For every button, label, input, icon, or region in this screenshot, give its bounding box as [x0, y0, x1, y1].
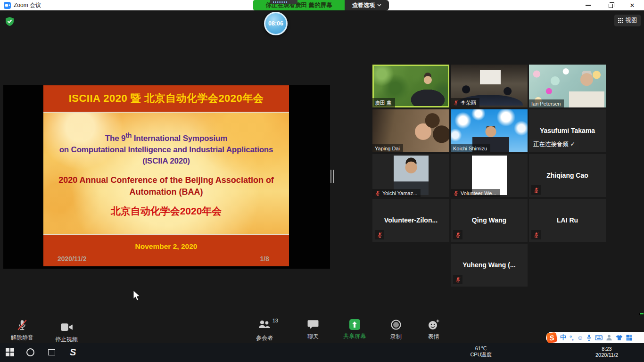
participant-tile[interactable]: Qing Wang: [451, 199, 528, 242]
participant-tile[interactable]: Yoichi Yamaz...: [372, 154, 449, 197]
share-screen-button[interactable]: 共享屏幕: [341, 319, 368, 340]
slide-conference-cn: 北京自动化学会2020年会: [43, 198, 289, 218]
participant-tile[interactable]: Zhiqiang Cao: [529, 154, 606, 197]
view-layout-button[interactable]: 视图: [614, 15, 641, 26]
ime-emoji-icon[interactable]: ☺: [577, 334, 583, 341]
floating-controls-handle[interactable]: [270, 0, 297, 4]
tray-time: 8:23: [602, 346, 611, 352]
reactions-button[interactable]: 表情: [421, 319, 446, 341]
participant-name-centered: Yasufumi Takama: [532, 126, 603, 134]
cortana-button[interactable]: [26, 348, 34, 356]
muted-mic-icon: [375, 190, 380, 196]
security-shield-icon[interactable]: [6, 17, 14, 26]
zoom-meeting-window: Zoom 会议 你正在观看廣田 薰的屏幕 查看选项 ✕ 08:06 视图 ISC…: [0, 0, 644, 362]
meeting-timer[interactable]: 08:06: [264, 12, 288, 35]
ime-toolbox-icon[interactable]: [626, 335, 632, 341]
s-swirl-app-button[interactable]: S: [70, 347, 76, 358]
muted-mic-icon: [531, 185, 541, 195]
participant-name-centered: Zhiqiang Cao: [532, 171, 603, 179]
unmute-label: 解除静音: [11, 334, 33, 342]
slide-symposium-line2: on Computational Intelligence and Indust…: [43, 144, 289, 156]
participant-tile[interactable]: LAI Ru: [529, 199, 606, 242]
slide-date: November 2, 2020: [43, 235, 289, 251]
cpu-temp-value: 61℃: [475, 346, 487, 352]
participant-tile[interactable]: Koichi Shimizu: [451, 109, 528, 152]
record-button[interactable]: 录制: [384, 319, 408, 341]
slide-footer: November 2, 2020 2020/11/2 1/8: [43, 234, 289, 266]
ime-keyboard-icon[interactable]: [595, 335, 603, 340]
slide-conference-line2: Automation (BAA): [43, 186, 289, 198]
slide-conference-line1: 2020 Annual Conference of the Beijing As…: [43, 174, 289, 186]
ime-voice-icon[interactable]: [586, 334, 592, 341]
window-title: Zoom 会议: [14, 1, 41, 9]
participant-name-label: Yaping Dai: [372, 144, 403, 152]
stop-video-label: 停止视频: [55, 336, 78, 344]
projector-screen: [480, 70, 501, 84]
participant-tile[interactable]: 廣田 薰: [372, 65, 449, 107]
mic-muted-icon: [17, 319, 27, 331]
sogou-logo-icon[interactable]: S: [546, 332, 558, 343]
view-options-button[interactable]: 查看选项: [345, 0, 389, 10]
muted-mic-icon: [531, 230, 541, 239]
participant-tile[interactable]: Yuheng Wang (...: [451, 244, 528, 287]
participant-tile[interactable]: 李荣丽: [451, 65, 528, 107]
participant-name-label: Yoichi Yamaz...: [372, 189, 421, 197]
muted-mic-icon: [375, 230, 384, 239]
zoom-app-icon: [4, 2, 11, 9]
participant-tile[interactable]: Volunteer-We...: [451, 154, 528, 197]
participant-name-label: 李荣丽: [451, 98, 479, 107]
presentation-slide: ISCIIA 2020 暨 北京自动化学会2020年会 The 9th Inte…: [43, 85, 289, 268]
cpu-temp-tray-item[interactable]: 61℃ CPU温度: [466, 346, 496, 358]
participants-label: 参会者: [256, 334, 273, 342]
close-button[interactable]: ✕: [623, 0, 641, 10]
grid-view-icon: [618, 18, 623, 23]
viewing-screen-banner: 你正在观看廣田 薰的屏幕: [253, 0, 345, 10]
ime-skin-icon[interactable]: [616, 335, 623, 341]
chat-button[interactable]: 聊天: [301, 319, 325, 341]
connecting-audio-status: 正在连接音频 ✓: [529, 139, 579, 150]
shared-screen-area: ISCIIA 2020 暨 北京自动化学会2020年会 The 9th Inte…: [3, 85, 330, 269]
slide-footer-date: 2020/11/2: [58, 255, 87, 263]
task-view-button[interactable]: [48, 349, 55, 355]
muted-mic-icon: [453, 230, 462, 239]
unmute-button[interactable]: 解除静音: [7, 319, 38, 342]
reactions-label: 表情: [428, 333, 439, 341]
participants-grid: 廣田 薰 李荣丽 Ian Petersen Yaping Dai Koichi …: [372, 65, 606, 287]
participant-tile[interactable]: Yaping Dai: [372, 109, 449, 152]
ime-punctuation-icon[interactable]: °,: [570, 334, 574, 341]
muted-mic-icon: [453, 190, 459, 196]
participant-name-centered: Qing Wang: [454, 216, 525, 223]
ime-mode-icon[interactable]: 中: [560, 333, 566, 342]
stop-video-button[interactable]: 停止视频: [51, 319, 82, 344]
window-titlebar: Zoom 会议 你正在观看廣田 薰的屏幕 查看选项 ✕: [0, 0, 644, 10]
ime-toolbar[interactable]: S 中 °, ☺: [546, 332, 644, 343]
participants-button[interactable]: 13 参会者: [248, 319, 281, 342]
camera-icon: [60, 321, 73, 333]
participant-tile[interactable]: Volunteer-Zilon...: [372, 199, 449, 242]
chat-bubble-icon: [307, 319, 319, 330]
participants-count-badge: 13: [272, 318, 278, 323]
restore-button[interactable]: [602, 0, 619, 10]
participant-name-label: 廣田 薰: [372, 98, 395, 107]
participant-video-figure: [569, 71, 604, 107]
chat-label: 聊天: [307, 333, 319, 341]
slide-title-banner: ISCIIA 2020 暨 北京自动化学会2020年会: [43, 85, 289, 113]
slide-body: The 9th International Symposium on Compu…: [43, 113, 289, 234]
s-swirl-icon: S: [70, 347, 76, 358]
view-options-label: 查看选项: [352, 1, 375, 9]
start-button[interactable]: [6, 348, 14, 356]
windows-logo-icon: [6, 348, 14, 356]
muted-mic-icon: [453, 100, 459, 106]
participant-tile[interactable]: Ian Petersen: [529, 65, 606, 107]
slide-symposium-line3: (ISCIIA 2020): [43, 156, 289, 167]
ime-account-icon[interactable]: [606, 334, 612, 341]
slide-page-indicator: 1/8: [260, 255, 269, 263]
record-label: 录制: [390, 333, 402, 341]
minimize-button[interactable]: [579, 0, 597, 10]
participant-tile[interactable]: Yasufumi Takama 正在连接音频 ✓: [529, 109, 606, 152]
participant-name-label: Koichi Shimizu: [451, 144, 490, 152]
share-screen-label: 共享屏幕: [343, 332, 366, 340]
participant-name-label: Ian Petersen: [529, 99, 564, 107]
panel-splitter-handle[interactable]: [330, 170, 334, 183]
clock-tray-item[interactable]: 8:23 2020/11/2: [587, 346, 626, 358]
